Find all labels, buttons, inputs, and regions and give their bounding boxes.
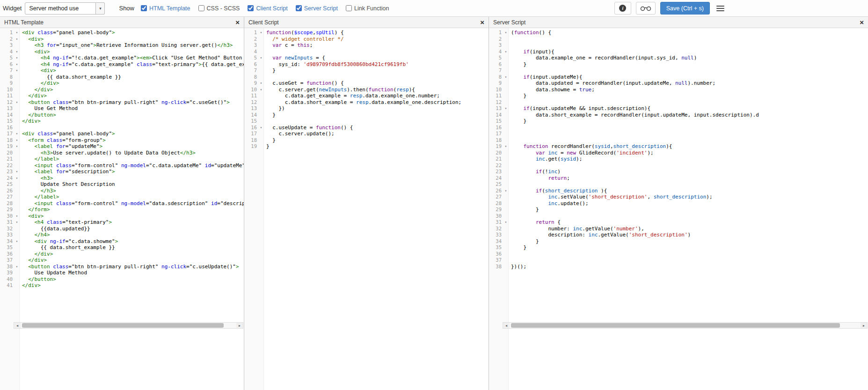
horizontal-scrollbar[interactable]: ◂ ▸ — [14, 322, 243, 329]
code-line[interactable]: 22 — [489, 162, 868, 169]
fold-icon[interactable]: ▾ — [258, 29, 264, 36]
code-line[interactable]: 41</div> — [0, 282, 244, 289]
code-line[interactable]: 5▾ var newInputs = { — [244, 55, 489, 61]
close-icon[interactable]: × — [480, 19, 484, 26]
code-line[interactable]: 11 } — [489, 93, 868, 99]
code-line[interactable]: 36 </div> — [0, 251, 244, 258]
code-line[interactable]: 15 } — [489, 118, 868, 125]
code-line[interactable]: 2 — [489, 36, 868, 43]
code-line[interactable]: 17 c.server.update(); — [244, 131, 489, 137]
fold-icon[interactable]: ▾ — [503, 188, 509, 194]
code-line[interactable]: 29 } — [489, 206, 868, 213]
code-line[interactable]: 8▾ if(input.updateMe){ — [489, 74, 868, 81]
fold-icon[interactable]: ▾ — [14, 55, 20, 61]
code-line[interactable]: 39 Use Update Method — [0, 270, 244, 276]
code-line[interactable]: 11 c.data.get_example = resp.data.exampl… — [244, 93, 489, 99]
code-line[interactable]: 19▾ function recordHandler(sysid,short_d… — [489, 143, 868, 150]
show-toggle-link-function[interactable]: Link Function — [346, 5, 389, 12]
scroll-right-button[interactable]: ▸ — [236, 323, 243, 328]
code-line[interactable]: 17▾<div class="panel panel-body"> — [0, 131, 244, 137]
code-line[interactable]: 3 — [489, 42, 868, 49]
code-line[interactable]: 22 <input class="form-control" ng-model=… — [0, 162, 244, 169]
fold-icon[interactable]: ▾ — [14, 238, 20, 245]
code-line[interactable]: 1▾(function() { — [489, 29, 868, 36]
widget-select-value[interactable]: Server method use — [25, 2, 96, 15]
fold-icon[interactable]: ▾ — [14, 143, 20, 150]
code-line[interactable]: 25 — [489, 181, 868, 188]
checkbox-link-function[interactable] — [346, 5, 352, 11]
code-line[interactable]: 6 } — [489, 61, 868, 68]
code-line[interactable]: 25 Update Short Description — [0, 181, 244, 188]
code-line[interactable]: 38▾ <button class="btn btn-primary pull-… — [0, 264, 244, 270]
code-line[interactable]: 12 c.data.short_example = resp.data.exam… — [244, 99, 489, 106]
fold-icon[interactable]: ▾ — [14, 131, 20, 137]
code-line[interactable]: 32 number: inc.getValue('number'), — [489, 226, 868, 232]
save-button[interactable]: Save (Ctrl + s) — [660, 2, 710, 15]
fold-icon[interactable]: ▾ — [503, 74, 509, 81]
fold-icon[interactable]: ▾ — [258, 55, 264, 61]
code-line[interactable]: 7 — [489, 67, 868, 74]
code-line[interactable]: 33 description: inc.getValue('short_desc… — [489, 232, 868, 238]
code-line[interactable]: 21 inc.get(sysid); — [489, 156, 868, 162]
code-line[interactable]: 16▾ c.useUpdate = function() { — [244, 125, 489, 131]
fold-icon[interactable]: ▾ — [14, 99, 20, 106]
code-line[interactable]: 9 data.updated = recordHandler(input.upd… — [489, 80, 868, 87]
code-line[interactable]: 35 } — [489, 244, 868, 251]
show-toggle-server-script[interactable]: Server Script — [296, 5, 338, 12]
checkbox-html-template[interactable] — [141, 5, 147, 11]
code-line[interactable]: 18 } — [244, 137, 489, 144]
code-line[interactable]: 19} — [244, 143, 489, 150]
code-line[interactable]: 23 if(!inc) — [489, 169, 868, 175]
code-line[interactable]: 5 data.example_one = recordHandler(input… — [489, 55, 868, 61]
code-line[interactable]: 31▾ <h4 class="text-primary"> — [0, 219, 244, 226]
code-line[interactable]: 13▾ if(input.updateMe && input.sdescript… — [489, 105, 868, 112]
fold-icon[interactable]: ▾ — [14, 61, 20, 68]
code-line[interactable]: 7▾ <div> — [0, 67, 244, 74]
code-line[interactable]: 9▾ c.useGet = function() { — [244, 80, 489, 87]
fold-icon[interactable]: ▾ — [14, 137, 20, 144]
scrollbar-thumb[interactable] — [22, 323, 224, 328]
code-line[interactable]: 23▾ <label for="sdescription"> — [0, 169, 244, 175]
code-line[interactable]: 28 <input class="form-control" ng-model=… — [0, 200, 244, 207]
code-line[interactable]: 34 } — [489, 238, 868, 245]
scrollbar-track[interactable] — [510, 323, 860, 328]
code-line[interactable]: 40 </button> — [0, 276, 244, 283]
code-line[interactable]: 32 {{data.updated}} — [0, 226, 244, 232]
horizontal-scrollbar[interactable]: ◂ ▸ — [503, 322, 868, 329]
code-line[interactable]: 10 </div> — [0, 87, 244, 93]
close-icon[interactable]: × — [235, 19, 240, 26]
fold-icon[interactable]: ▾ — [14, 67, 20, 74]
code-line[interactable]: 18▾ <form class="form-group"> — [0, 137, 244, 144]
code-line[interactable]: 12 — [489, 99, 868, 106]
fold-icon[interactable]: ▾ — [258, 125, 264, 131]
preview-button[interactable] — [636, 2, 656, 15]
fold-icon[interactable]: ▾ — [503, 29, 509, 36]
menu-button[interactable] — [715, 2, 726, 15]
fold-icon[interactable]: ▾ — [14, 169, 20, 175]
code-line[interactable]: 1▾<div class="panel panel-body"> — [0, 29, 244, 36]
code-line[interactable]: 17 — [489, 131, 868, 137]
widget-select[interactable]: Server method use ▾ — [25, 2, 105, 15]
code-line[interactable]: 31▾ return { — [489, 219, 868, 226]
code-line[interactable]: 33 </h4> — [0, 232, 244, 238]
fold-icon[interactable]: ▾ — [14, 213, 20, 220]
code-line[interactable]: 21 </label> — [0, 156, 244, 162]
fold-icon[interactable]: ▾ — [14, 36, 20, 43]
code-line[interactable]: 16 — [0, 125, 244, 131]
code-editor-server-script[interactable]: ◂ ▸ 1▾(function() {234▾ if(input){5 data… — [489, 28, 868, 390]
scroll-left-button[interactable]: ◂ — [14, 323, 21, 328]
code-line[interactable]: 34▾ <div ng-if="c.data.showme"> — [0, 238, 244, 245]
checkbox-server-script[interactable] — [296, 5, 302, 11]
code-line[interactable]: 16 — [489, 125, 868, 131]
code-line[interactable]: 4▾ if(input){ — [489, 49, 868, 55]
code-line[interactable]: 20 var inc = new GlideRecord('incident')… — [489, 150, 868, 156]
code-line[interactable]: 2▾ <div> — [0, 36, 244, 43]
code-line[interactable]: 14 data.short_example = recordHandler(in… — [489, 112, 868, 118]
code-line[interactable]: 29 </form> — [0, 206, 244, 213]
code-line[interactable]: 38})(); — [489, 264, 868, 270]
code-line[interactable]: 10▾ c.server.get(newInputs).then(functio… — [244, 87, 489, 93]
code-line[interactable]: 37 </div> — [0, 257, 244, 264]
code-line[interactable]: 4 — [244, 49, 489, 55]
code-line[interactable]: 37 — [489, 257, 868, 264]
code-line[interactable]: 35 {{ data.short_example }} — [0, 244, 244, 251]
